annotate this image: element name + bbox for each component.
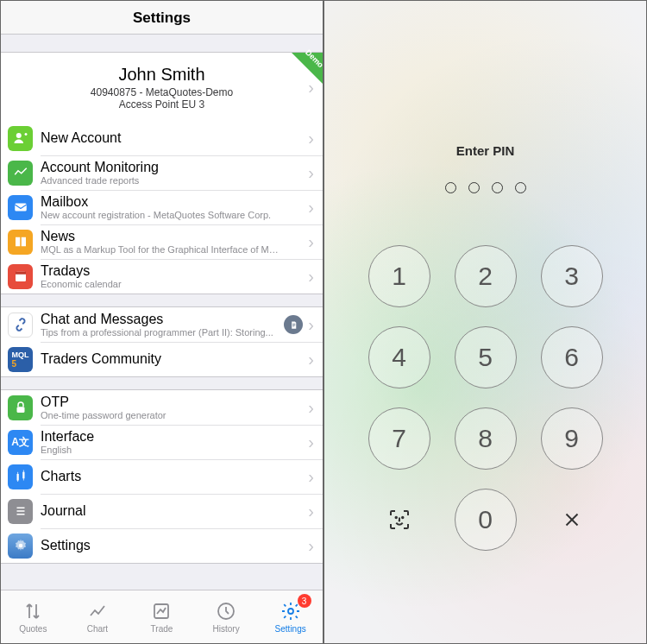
delete-key[interactable] — [541, 489, 603, 551]
add-user-icon — [8, 126, 33, 151]
page-title: Settings — [1, 1, 323, 35]
tab-label: Chart — [87, 624, 108, 634]
svg-point-15 — [288, 609, 293, 614]
pin-dots — [445, 182, 526, 193]
mail-icon — [8, 195, 33, 220]
lock-icon — [8, 395, 33, 420]
otp-row[interactable]: OTPOne-time password generator › — [1, 390, 323, 425]
chevron-right-icon: › — [308, 77, 314, 97]
chevron-right-icon: › — [308, 198, 314, 218]
key-8[interactable]: 8 — [455, 407, 517, 470]
account-monitoring-row[interactable]: Account MonitoringAdvanced trade reports… — [1, 155, 323, 190]
face-id-icon[interactable] — [368, 489, 430, 551]
key-6[interactable]: 6 — [541, 326, 603, 388]
tab-label: Trade — [151, 624, 173, 634]
row-title: Mailbox — [41, 194, 303, 210]
settings-row[interactable]: Settings › — [1, 528, 323, 563]
pin-keypad: 1 2 3 4 5 6 7 8 9 0 — [368, 245, 603, 551]
chevron-right-icon: › — [308, 129, 314, 148]
chevron-right-icon: › — [308, 432, 314, 452]
chevron-right-icon: › — [308, 163, 314, 183]
row-title: Journal — [41, 503, 303, 519]
pin-dot — [468, 182, 480, 193]
candlestick-icon — [8, 464, 33, 489]
charts-row[interactable]: Charts › — [1, 459, 323, 494]
row-sub: Advanced trade reports — [41, 175, 282, 186]
row-sub: MQL as a Markup Tool for the Graphical I… — [41, 244, 282, 255]
key-7[interactable]: 7 — [368, 407, 430, 470]
mailbox-row[interactable]: MailboxNew account registration - MetaQu… — [1, 190, 323, 224]
chevron-right-icon: › — [308, 502, 314, 521]
tab-settings[interactable]: Settings 3 — [258, 590, 323, 643]
tab-label: Settings — [275, 624, 306, 634]
news-row[interactable]: NewsMQL as a Markup Tool for the Graphic… — [1, 224, 323, 259]
row-title: Chat and Messages — [41, 312, 280, 327]
row-title: News — [41, 229, 303, 244]
chevron-right-icon: › — [308, 315, 314, 335]
chat-row[interactable]: Chat and MessagesTips from a professiona… — [1, 307, 323, 342]
community-row[interactable]: MQL5 Traders Community › — [1, 342, 323, 376]
row-title: Interface — [41, 429, 303, 445]
book-icon — [8, 230, 33, 255]
tab-label: History — [213, 624, 240, 634]
svg-point-17 — [402, 517, 404, 519]
list-icon — [8, 499, 33, 524]
row-title: Charts — [41, 469, 303, 484]
calendar-icon — [8, 264, 33, 289]
tab-history[interactable]: History — [194, 590, 259, 643]
pin-pane: Enter PIN 1 2 3 4 5 6 7 8 9 0 — [324, 0, 647, 644]
row-sub: Tips from a professional programmer (Par… — [41, 327, 280, 338]
row-sub: Economic calendar — [41, 279, 282, 289]
chevron-right-icon: › — [308, 232, 314, 252]
row-title: Traders Community — [41, 351, 303, 367]
row-title: Tradays — [41, 263, 303, 279]
svg-rect-3 — [16, 272, 26, 275]
account-group: Demo John Smith 40940875 - MetaQuotes-De… — [1, 52, 323, 294]
interface-row[interactable]: A文 InterfaceEnglish › — [1, 425, 323, 459]
row-title: Settings — [41, 538, 303, 553]
row-title: OTP — [41, 395, 303, 410]
pin-dot — [492, 182, 503, 193]
account-id-server: 40940875 - MetaQuotes-Demo — [91, 86, 233, 98]
key-1[interactable]: 1 — [368, 245, 430, 307]
tab-badge: 3 — [298, 594, 311, 608]
tab-label: Quotes — [19, 624, 47, 634]
svg-point-0 — [16, 133, 21, 138]
account-name: John Smith — [118, 65, 204, 85]
key-2[interactable]: 2 — [455, 245, 517, 307]
chevron-right-icon: › — [308, 350, 314, 369]
tradays-row[interactable]: TradaysEconomic calendar › — [1, 259, 323, 294]
journal-row[interactable]: Journal › — [1, 494, 323, 528]
doc-badge-icon — [284, 315, 303, 334]
row-title: New Account — [41, 130, 303, 146]
row-sub: One-time password generator — [41, 410, 282, 420]
tab-quotes[interactable]: Quotes — [1, 590, 66, 643]
gear-icon — [8, 534, 33, 559]
account-access-point: Access Point EU 3 — [119, 98, 204, 110]
svg-rect-1 — [15, 204, 27, 212]
chevron-right-icon: › — [308, 536, 314, 556]
new-account-row[interactable]: New Account › — [1, 121, 323, 155]
key-5[interactable]: 5 — [455, 326, 517, 388]
tab-trade[interactable]: Trade — [129, 590, 194, 643]
row-title: Account Monitoring — [41, 160, 303, 175]
group2: Chat and MessagesTips from a professiona… — [1, 306, 323, 377]
settings-pane: Settings Demo John Smith 40940875 - Meta… — [0, 0, 324, 644]
key-0[interactable]: 0 — [455, 489, 517, 551]
svg-point-16 — [395, 517, 397, 519]
language-icon: A文 — [8, 430, 33, 455]
settings-scroll[interactable]: Demo John Smith 40940875 - MetaQuotes-De… — [1, 35, 323, 590]
chart-line-icon — [8, 161, 33, 186]
group3: OTPOne-time password generator › A文 Inte… — [1, 389, 323, 564]
key-3[interactable]: 3 — [541, 245, 603, 307]
row-sub: English — [41, 445, 282, 455]
row-sub: New account registration - MetaQuotes So… — [41, 210, 282, 220]
tab-bar: Quotes Chart Trade History Settings 3 — [1, 590, 323, 643]
link-icon — [8, 313, 33, 338]
chevron-right-icon: › — [308, 267, 314, 287]
account-row[interactable]: Demo John Smith 40940875 - MetaQuotes-De… — [1, 53, 323, 121]
key-4[interactable]: 4 — [368, 326, 430, 388]
tab-chart[interactable]: Chart — [66, 590, 130, 643]
key-9[interactable]: 9 — [541, 407, 603, 470]
pin-dot — [445, 182, 456, 193]
